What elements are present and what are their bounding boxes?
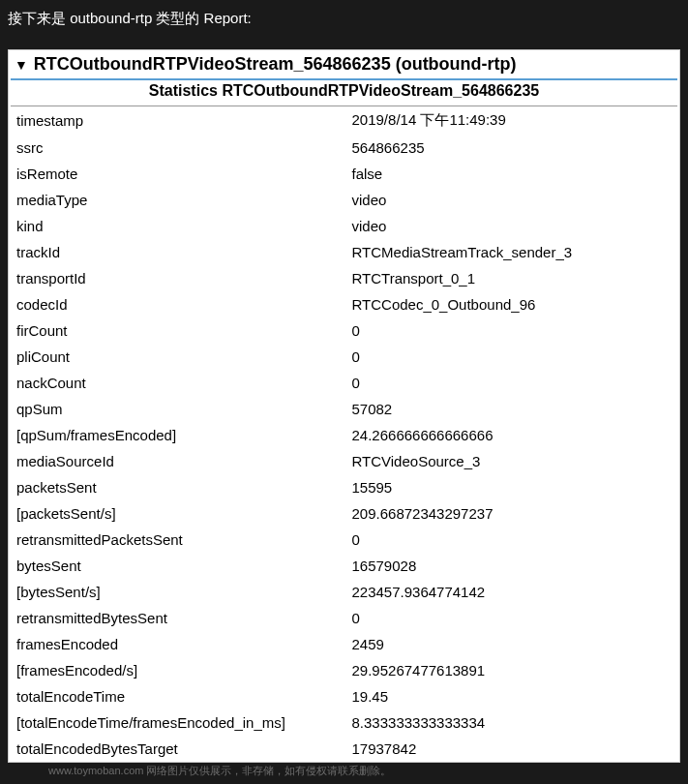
- table-row: [qpSum/framesEncoded]24.266666666666666: [9, 422, 679, 448]
- stat-key: nackCount: [9, 370, 344, 396]
- stat-value: RTCMediaStreamTrack_sender_3: [344, 239, 680, 265]
- table-row: retransmittedBytesSent0: [9, 605, 679, 631]
- stat-value: RTCVideoSource_3: [344, 448, 680, 474]
- intro-text: 接下来是 outbound-rtp 类型的 Report:: [0, 0, 688, 38]
- stat-value: 24.266666666666666: [344, 422, 680, 448]
- table-row: framesEncoded2459: [9, 631, 679, 657]
- stat-value: RTCTransport_0_1: [344, 265, 680, 291]
- stats-table: timestamp2019/8/14 下午11:49:39ssrc5648662…: [9, 106, 679, 762]
- table-row: totalEncodeTime19.45: [9, 683, 679, 709]
- collapse-triangle-icon: ▼: [15, 57, 28, 73]
- stat-value: 57082: [344, 396, 680, 422]
- table-row: nackCount0: [9, 370, 679, 396]
- stats-panel: ▼ RTCOutboundRTPVideoStream_564866235 (o…: [8, 49, 680, 763]
- stat-key: mediaSourceId: [9, 448, 344, 474]
- table-row: [packetsSent/s]209.66872343297237: [9, 500, 679, 527]
- stat-value: 0: [344, 370, 680, 396]
- table-row: bytesSent16579028: [9, 553, 679, 579]
- stat-key: trackId: [9, 239, 344, 265]
- stat-value: 564866235: [344, 135, 680, 161]
- table-row: retransmittedPacketsSent0: [9, 527, 679, 553]
- table-row: [framesEncoded/s]29.95267477613891: [9, 657, 679, 683]
- stat-value: 0: [344, 527, 680, 553]
- stat-key: [totalEncodeTime/framesEncoded_in_ms]: [9, 709, 344, 736]
- table-row: packetsSent15595: [9, 474, 679, 500]
- table-row: mediaTypevideo: [9, 187, 679, 213]
- stat-value: 0: [344, 605, 680, 631]
- stat-key: qpSum: [9, 396, 344, 422]
- stat-key: pliCount: [9, 344, 344, 370]
- table-row: kindvideo: [9, 213, 679, 239]
- stat-value: RTCCodec_0_Outbound_96: [344, 291, 680, 317]
- stat-value: 19.45: [344, 683, 680, 709]
- table-row: qpSum57082: [9, 396, 679, 422]
- panel-title: RTCOutboundRTPVideoStream_564866235 (out…: [34, 54, 517, 75]
- stat-value: 0: [344, 344, 680, 370]
- stat-value: 17937842: [344, 736, 680, 762]
- stat-key: transportId: [9, 265, 344, 291]
- stat-value: video: [344, 187, 680, 213]
- stat-value: video: [344, 213, 680, 239]
- panel-subtitle: Statistics RTCOutboundRTPVideoStream_564…: [11, 78, 677, 106]
- stat-key: [qpSum/framesEncoded]: [9, 422, 344, 448]
- table-row: codecIdRTCCodec_0_Outbound_96: [9, 291, 679, 317]
- table-row: [totalEncodeTime/framesEncoded_in_ms]8.3…: [9, 709, 679, 736]
- table-row: pliCount0: [9, 344, 679, 370]
- stat-value: 2459: [344, 631, 680, 657]
- table-row: timestamp2019/8/14 下午11:49:39: [9, 106, 679, 135]
- table-row: totalEncodedBytesTarget17937842: [9, 736, 679, 762]
- stat-key: totalEncodeTime: [9, 683, 344, 709]
- stat-key: framesEncoded: [9, 631, 344, 657]
- table-row: isRemotefalse: [9, 161, 679, 187]
- stat-key: kind: [9, 213, 344, 239]
- stat-value: 223457.9364774142: [344, 579, 680, 605]
- stat-value: 29.95267477613891: [344, 657, 680, 683]
- stat-key: packetsSent: [9, 474, 344, 500]
- stat-key: [framesEncoded/s]: [9, 657, 344, 683]
- table-row: transportIdRTCTransport_0_1: [9, 265, 679, 291]
- stat-key: retransmittedPacketsSent: [9, 527, 344, 553]
- stat-value: 2019/8/14 下午11:49:39: [344, 106, 680, 135]
- watermark-text: www.toymoban.com 网络图片仅供展示，非存储，如有侵权请联系删除。: [48, 764, 391, 778]
- stat-key: totalEncodedBytesTarget: [9, 736, 344, 762]
- stat-value: 16579028: [344, 553, 680, 579]
- stat-value: false: [344, 161, 680, 187]
- table-row: trackIdRTCMediaStreamTrack_sender_3: [9, 239, 679, 265]
- stat-value: 0: [344, 317, 680, 344]
- stat-key: codecId: [9, 291, 344, 317]
- stat-key: [packetsSent/s]: [9, 500, 344, 527]
- stat-value: 8.333333333333334: [344, 709, 680, 736]
- stat-value: 15595: [344, 474, 680, 500]
- stat-key: [bytesSent/s]: [9, 579, 344, 605]
- panel-header[interactable]: ▼ RTCOutboundRTPVideoStream_564866235 (o…: [9, 50, 679, 78]
- stat-key: isRemote: [9, 161, 344, 187]
- stat-key: bytesSent: [9, 553, 344, 579]
- table-row: mediaSourceIdRTCVideoSource_3: [9, 448, 679, 474]
- stat-key: timestamp: [9, 106, 344, 135]
- stat-key: ssrc: [9, 135, 344, 161]
- stat-key: mediaType: [9, 187, 344, 213]
- stat-key: retransmittedBytesSent: [9, 605, 344, 631]
- table-row: firCount0: [9, 317, 679, 344]
- table-row: ssrc564866235: [9, 135, 679, 161]
- stat-key: firCount: [9, 317, 344, 344]
- stat-value: 209.66872343297237: [344, 500, 680, 527]
- table-row: [bytesSent/s]223457.9364774142: [9, 579, 679, 605]
